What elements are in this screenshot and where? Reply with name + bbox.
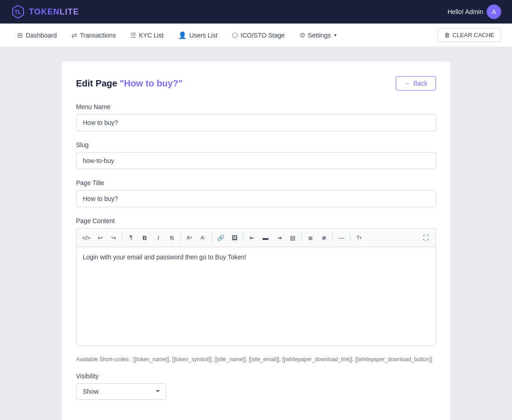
nav-item-label: Transactions <box>80 32 116 39</box>
toolbar-align-center-btn[interactable]: ▬ <box>259 231 272 244</box>
toolbar-strikethrough-btn[interactable]: S <box>166 231 178 244</box>
users-icon: 👤 <box>178 31 187 39</box>
toolbar-fullscreen-btn[interactable]: ⛶ <box>419 231 432 244</box>
toolbar-superscript-btn[interactable]: A+ <box>183 231 196 244</box>
toolbar-hr-btn[interactable]: — <box>335 231 348 244</box>
toolbar-clear-format-btn[interactable]: Tx <box>353 231 365 244</box>
toolbar-redo-btn[interactable]: ↪ <box>107 231 120 244</box>
editor-toolbar: </> ↩ ↪ ¶ B I S A+ A- 🔗 🖼 ⇤ ▬ ⇥ ▤ <box>76 228 436 247</box>
toolbar-sep-3 <box>212 233 212 242</box>
toolbar-image-btn[interactable]: 🖼 <box>228 231 241 244</box>
transactions-icon: ⇄ <box>71 31 77 39</box>
back-label: Back <box>413 80 427 87</box>
toolbar-align-left-btn[interactable]: ⇤ <box>246 231 258 244</box>
chevron-down-icon: ▾ <box>334 33 337 38</box>
settings-icon: ⚙ <box>299 31 305 39</box>
visibility-select-wrapper: Show Hide <box>76 383 166 400</box>
toolbar-heading-btn[interactable]: ¶ <box>125 231 137 244</box>
editor-body[interactable]: Login with your email and password then … <box>76 247 436 346</box>
clear-cache-button[interactable]: 🗑 CLEAR CACHE <box>437 28 501 42</box>
edit-page-card: Edit Page "How to buy?" ← Back Menu Name… <box>62 62 450 420</box>
back-button[interactable]: ← Back <box>396 76 436 91</box>
toolbar-justify-btn[interactable]: ▤ <box>286 231 299 244</box>
nav-item-label: Dashboard <box>26 32 57 39</box>
nav-item-users[interactable]: 👤 Users List <box>172 29 224 42</box>
ico-icon: ⬡ <box>232 31 238 39</box>
toolbar-italic-btn[interactable]: I <box>152 231 165 244</box>
editor-content: Login with your email and password then … <box>83 253 247 261</box>
toolbar-subscript-btn[interactable]: A- <box>197 231 209 244</box>
avatar[interactable]: A <box>487 5 501 19</box>
nav-item-label: KYC List <box>139 32 163 39</box>
page-title-heading: Edit Page "How to buy?" <box>76 78 183 89</box>
title-prefix: Edit Page <box>76 78 120 88</box>
main-content: Edit Page "How to buy?" ← Back Menu Name… <box>0 47 512 420</box>
page-content-field-group: Page Content </> ↩ ↪ ¶ B I S A+ A- 🔗 🖼 ⇤… <box>76 217 436 346</box>
nav-item-transactions[interactable]: ⇄ Transactions <box>65 29 123 42</box>
toolbar-align-right-btn[interactable]: ⇥ <box>273 231 285 244</box>
toolbar-sep-1 <box>122 233 123 242</box>
nav-item-ico[interactable]: ⬡ ICO/STO Stage <box>226 29 291 42</box>
logo-text: TOKENLITE <box>29 7 79 17</box>
user-greeting-area: Hello! Admin A <box>447 5 501 19</box>
page-title-label: Page Title <box>76 179 436 186</box>
back-arrow-icon: ← <box>404 80 411 87</box>
cache-icon: 🗑 <box>444 32 450 38</box>
user-greeting-text: Hello! Admin <box>447 8 483 15</box>
logo[interactable]: TL TOKENLITE <box>11 5 79 19</box>
dashboard-icon: ⊞ <box>17 31 23 39</box>
visibility-field-group: Visibility Show Hide <box>76 372 436 400</box>
card-header: Edit Page "How to buy?" ← Back <box>76 76 436 91</box>
toolbar-undo-btn[interactable]: ↩ <box>94 231 106 244</box>
nav-items: ⊞ Dashboard ⇄ Transactions ☰ KYC List 👤 … <box>11 29 343 42</box>
page-title-field-group: Page Title <box>76 179 436 207</box>
toolbar-list-ol-btn[interactable]: ≢ <box>318 231 330 244</box>
nav-item-label: Users List <box>190 32 218 39</box>
nav-item-settings[interactable]: ⚙ Settings ▾ <box>293 29 343 42</box>
slug-label: Slug <box>76 141 436 148</box>
toolbar-sep-7 <box>350 233 351 242</box>
nav-item-label: Settings <box>308 32 331 39</box>
toolbar-code-btn[interactable]: </> <box>80 231 93 244</box>
shortcodes-text: Available Short-codes : [[token_name]], … <box>76 356 432 363</box>
clear-cache-label: CLEAR CACHE <box>453 32 494 38</box>
page-content-label: Page Content <box>76 217 436 224</box>
visibility-select[interactable]: Show Hide <box>76 383 166 400</box>
toolbar-sep-4 <box>243 233 243 242</box>
shortcodes-info: Available Short-codes : [[token_name]], … <box>76 356 436 363</box>
nav-item-dashboard[interactable]: ⊞ Dashboard <box>11 29 63 42</box>
topbar: TL TOKENLITE Hello! Admin A <box>0 0 512 24</box>
toolbar-bold-btn[interactable]: B <box>138 231 151 244</box>
slug-field-group: Slug <box>76 141 436 169</box>
title-highlight: "How to buy?" <box>120 78 183 88</box>
slug-input[interactable] <box>76 152 436 169</box>
page-title-input[interactable] <box>76 190 436 207</box>
visibility-label: Visibility <box>76 372 436 380</box>
nav-item-label: ICO/STO Stage <box>241 32 285 39</box>
svg-text:TL: TL <box>14 9 21 15</box>
toolbar-sep-6 <box>332 233 333 242</box>
toolbar-list-ul-btn[interactable]: ≣ <box>304 231 317 244</box>
nav-item-kyc[interactable]: ☰ KYC List <box>124 29 170 42</box>
kyc-icon: ☰ <box>130 31 136 39</box>
navbar: ⊞ Dashboard ⇄ Transactions ☰ KYC List 👤 … <box>0 24 512 47</box>
toolbar-sep-5 <box>301 233 302 242</box>
toolbar-sep-2 <box>180 233 181 242</box>
menu-name-field-group: Menu Name <box>76 103 436 131</box>
menu-name-label: Menu Name <box>76 103 436 110</box>
toolbar-link-btn[interactable]: 🔗 <box>214 231 227 244</box>
menu-name-input[interactable] <box>76 114 436 131</box>
